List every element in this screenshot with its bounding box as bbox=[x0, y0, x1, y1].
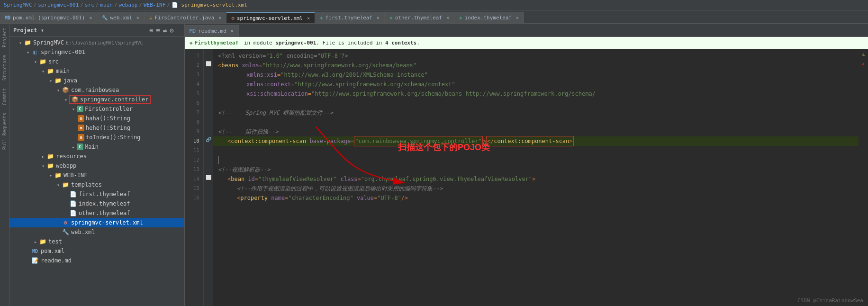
tree-item-test[interactable]: ▸ 📁 test bbox=[9, 237, 184, 246]
code-text: = bbox=[285, 193, 288, 203]
breadcrumb-file: 📄 springmvc-servlet.xml bbox=[172, 2, 247, 8]
gutter-cell bbox=[204, 116, 213, 125]
code-line-16: <property name="characterEncoding" value… bbox=[213, 193, 859, 203]
tree-item-webapp[interactable]: ▾ 📁 webapp bbox=[9, 161, 184, 171]
tree-item-java[interactable]: ▾ 📁 java bbox=[9, 76, 184, 85]
tree-item-springmvc001[interactable]: ▾ ◧ springmvc-001 bbox=[9, 47, 184, 57]
code-editor[interactable]: <?xml version="1.0" encoding="UTF-8"?> <… bbox=[213, 49, 859, 306]
tab-firstthymeleaf[interactable]: ◈ first.thymeleaf × bbox=[315, 12, 385, 23]
tree-item-main-class[interactable]: ▸ C Main bbox=[9, 142, 184, 152]
xml-file-icon: ⚙ bbox=[62, 219, 69, 226]
close-icon[interactable]: × bbox=[89, 15, 92, 20]
code-text: xmlns:xsi bbox=[246, 70, 277, 80]
tree-item-index-thymeleaf[interactable]: ▸ 📄 index.thymeleaf bbox=[9, 199, 184, 208]
sidebar-commit-label[interactable]: Commit bbox=[1, 84, 8, 109]
close-icon[interactable]: × bbox=[377, 15, 380, 20]
close-icon[interactable]: × bbox=[231, 28, 234, 34]
tab-bar: MD pom.xml (springmvc-001) × 🔧 web.xml ×… bbox=[0, 10, 868, 24]
tab-springmvcservlet[interactable]: ⚙ springmvc-servlet.xml × bbox=[226, 12, 315, 23]
code-text: beans bbox=[221, 61, 238, 70]
tree-item-haha[interactable]: m haha():String bbox=[9, 114, 184, 123]
code-line-7: <!-- Spring MVC 框架的配置文件--> bbox=[213, 108, 859, 117]
code-text: < bbox=[218, 61, 221, 70]
tab-indexthymeleaf[interactable]: ◈ index.thymeleaf × bbox=[454, 12, 524, 23]
close-icon[interactable]: × bbox=[218, 15, 221, 20]
tree-path: E:\Java\SpringMVC\SpringMVC bbox=[66, 40, 143, 45]
tab-firscontroller[interactable]: ☕ FirsController.java × bbox=[145, 12, 227, 23]
tree-item-readme[interactable]: ▸ 📝 readme.md bbox=[9, 256, 184, 265]
tree-item-webinf[interactable]: ▾ 📁 WEB-INF bbox=[9, 171, 184, 180]
code-text: <!--视图解析器--> bbox=[218, 165, 271, 174]
tree-arrow: ▾ bbox=[40, 69, 46, 74]
tree-label: SpringMVC bbox=[33, 39, 64, 46]
code-text: <!-- Spring MVC 框架的配置文件--> bbox=[218, 108, 333, 117]
tree-label: FirsController bbox=[85, 106, 133, 112]
tab-pom[interactable]: MD pom.xml (springmvc-001) × bbox=[0, 12, 97, 23]
tab-otherthymeleaf[interactable]: ◈ other.thymeleaf × bbox=[385, 12, 454, 23]
breadcrumb-part[interactable]: SpringMVC bbox=[4, 2, 32, 8]
tree-arrow: ▾ bbox=[25, 50, 31, 55]
toolbar-icon-3[interactable]: ⇌ bbox=[163, 27, 167, 34]
breadcrumb-part[interactable]: src bbox=[85, 2, 94, 8]
breadcrumb-part[interactable]: WEB-INF bbox=[144, 2, 165, 8]
tree-item-pom[interactable]: ▸ MD pom.xml bbox=[9, 246, 184, 256]
code-line-2: <beans xmlns="http://www.springframework… bbox=[213, 61, 859, 70]
code-text: "http://www.w3.org/2001/XMLSchema-instan… bbox=[280, 70, 428, 80]
md-icon: MD bbox=[190, 28, 196, 34]
warning-2: ✗ bbox=[859, 59, 868, 68]
code-text: "http://www.springframework.org/schema/c… bbox=[294, 80, 455, 89]
tree-label: Main bbox=[85, 144, 99, 150]
toolbar-icon-2[interactable]: ≡ bbox=[156, 27, 160, 34]
code-text: "http://www.springframework.org/schema/b… bbox=[311, 89, 596, 99]
close-icon[interactable]: × bbox=[307, 16, 310, 21]
tree-item-toindex[interactable]: m toIndex():String bbox=[9, 133, 184, 142]
tab-readme[interactable]: MD readme.md × bbox=[185, 25, 239, 36]
method-icon: m bbox=[78, 115, 84, 122]
right-gutter: ⚠ ✗ bbox=[859, 49, 868, 306]
sidebar-structure-label[interactable]: Structure bbox=[1, 51, 8, 84]
tree-item-hehe[interactable]: m hehe():String bbox=[9, 123, 184, 133]
code-text: "1.0" bbox=[266, 51, 283, 61]
breadcrumb-part[interactable]: springmvc-001 bbox=[38, 2, 79, 8]
tree-arrow: ▾ bbox=[55, 182, 62, 188]
tree-item-other-thymeleaf[interactable]: ▸ 📄 other.thymeleaf bbox=[9, 208, 184, 218]
module-icon: ◧ bbox=[31, 48, 39, 56]
tree-item-springmvc[interactable]: ▾ 📁 SpringMVC E:\Java\SpringMVC\SpringMV… bbox=[9, 38, 184, 47]
sidebar-pullrequests-label[interactable]: Pull Requests bbox=[1, 109, 8, 153]
tree-item-resources[interactable]: ▸ 📁 resources bbox=[9, 152, 184, 161]
line-num: 6 bbox=[185, 99, 199, 108]
tree-item-templates[interactable]: ▾ 📁 templates bbox=[9, 180, 184, 189]
sidebar-project-label[interactable]: Project bbox=[1, 24, 8, 51]
toolbar-icon-minimize[interactable]: — bbox=[177, 27, 181, 34]
folder-icon: 📁 bbox=[54, 171, 62, 179]
breadcrumb-part[interactable]: main bbox=[100, 2, 113, 8]
breadcrumb-part[interactable]: webapp bbox=[119, 2, 138, 8]
code-text: "thymeleafViewResolver" bbox=[258, 174, 337, 184]
package-icon: 📦 bbox=[62, 86, 69, 94]
tree-item-springmvc-servlet[interactable]: ▸ ⚙ springmvc-servlet.xml bbox=[9, 218, 184, 227]
tree-label: templates bbox=[71, 181, 102, 188]
tree-label: index.thymeleaf bbox=[79, 200, 130, 207]
tree-item-webxml[interactable]: ▸ 🔧 web.xml bbox=[9, 227, 184, 237]
line-num: 8 bbox=[185, 117, 199, 127]
close-icon[interactable]: × bbox=[446, 15, 449, 20]
tree-item-main[interactable]: ▾ 📁 main bbox=[9, 66, 184, 76]
tree-label: toIndex():String bbox=[86, 134, 141, 141]
tree-arrow: ▾ bbox=[47, 173, 54, 178]
toolbar-icon-1[interactable]: ⊕ bbox=[149, 27, 153, 34]
tab-label: other.thymeleaf bbox=[395, 15, 442, 21]
close-icon[interactable]: × bbox=[136, 15, 139, 20]
tab-webxml[interactable]: 🔧 web.xml × bbox=[97, 12, 144, 23]
tree-item-src[interactable]: ▾ 📁 src bbox=[9, 57, 184, 66]
line-num: 9 bbox=[185, 127, 199, 136]
tree-item-firscontroller[interactable]: ▾ C FirsController bbox=[9, 104, 184, 114]
close-icon[interactable]: × bbox=[516, 15, 519, 20]
code-text: = bbox=[277, 70, 280, 80]
code-text: property bbox=[240, 193, 268, 203]
tree-item-first-thymeleaf[interactable]: ▸ 📄 first.thymeleaf bbox=[9, 189, 184, 199]
toolbar-icon-settings[interactable]: ⚙ bbox=[170, 27, 173, 34]
class-icon: C bbox=[77, 106, 83, 112]
tree-item-package[interactable]: ▾ 📦 com.rainbowsea bbox=[9, 85, 184, 95]
tree-item-controller[interactable]: ▾ 📦 springmvc.controller bbox=[9, 95, 184, 104]
warning-1: ⚠ bbox=[859, 49, 868, 59]
